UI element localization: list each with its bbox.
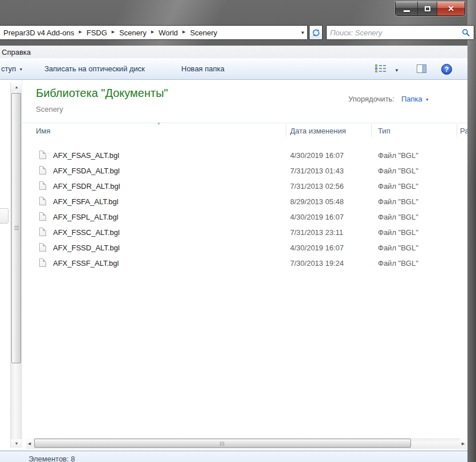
navigation-pane-clipped: AULAULLT.LT) <box>0 80 10 451</box>
nav-item-partial[interactable] <box>0 208 9 224</box>
file-row[interactable]: AFX_FSFA_ALT.bgl8/29/2013 05:48Файл "BGL… <box>22 193 467 209</box>
minimize-icon <box>404 10 410 12</box>
refresh-button[interactable] <box>309 25 323 40</box>
file-list: AFX_FSAS_ALT.bgl4/30/2019 16:07Файл "BGL… <box>22 147 467 270</box>
column-divider[interactable] <box>286 124 286 137</box>
file-date: 4/30/2019 16:07 <box>290 243 344 252</box>
window-frame-right-border <box>467 0 476 462</box>
menu-item-help[interactable]: Справка <box>0 48 34 56</box>
close-button[interactable]: ✕ <box>437 2 465 15</box>
scrollbar-grip-icon <box>220 441 225 446</box>
window-controls: ✕ <box>395 2 465 16</box>
address-dropdown-icon[interactable]: ▼ <box>300 30 305 35</box>
file-type: Файл "BGL" <box>378 181 418 190</box>
column-header-date-modified[interactable]: Дата изменения <box>290 127 346 135</box>
file-type: Файл "BGL" <box>378 243 418 252</box>
refresh-icon <box>312 29 320 37</box>
file-row[interactable]: AFX_FSAS_ALT.bgl4/30/2019 16:07Файл "BGL… <box>22 147 467 163</box>
preview-pane-button[interactable] <box>417 64 426 73</box>
column-divider[interactable] <box>457 124 457 137</box>
document-icon <box>39 151 46 159</box>
document-icon <box>39 166 46 175</box>
arrange-by-control: Упорядочить: Папка ▼ <box>348 95 429 103</box>
breadcrumb-segment[interactable]: Scenery <box>119 29 147 37</box>
arrange-by-label: Упорядочить: <box>348 95 394 103</box>
explorer-content: AULAULLT.LT) ▲ ▼ Библиотека "Документы" … <box>0 80 467 451</box>
file-name: AFX_FSSD_ALT.bgl <box>53 243 120 252</box>
arrange-by-value-link[interactable]: Папка <box>401 95 422 103</box>
breadcrumb-segment[interactable]: FSDG <box>87 29 107 37</box>
file-name: AFX_FSPL_ALT.bgl <box>53 212 119 221</box>
navigation-vertical-scrollbar[interactable]: ▲ ▼ <box>10 83 22 448</box>
file-type: Файл "BGL" <box>378 166 418 175</box>
new-folder-button[interactable]: Новая папка <box>181 58 225 79</box>
search-icon[interactable] <box>462 29 470 37</box>
horizontal-scrollbar-thumb[interactable] <box>34 439 411 448</box>
file-row[interactable]: AFX_FSDR_ALT.bgl7/31/2013 02:56Файл "BGL… <box>22 178 467 193</box>
status-bar: Элементов: 8 <box>0 451 467 462</box>
scroll-left-arrow-icon[interactable]: ◀ <box>26 438 33 449</box>
horizontal-scrollbar[interactable]: ◀ ▶ <box>26 438 467 449</box>
file-row[interactable]: AFX_FSSF_ALT.bgl7/30/2013 19:24Файл "BGL… <box>22 255 467 270</box>
column-header-row: ▲ Имя Дата изменения Тип Ра <box>22 123 467 137</box>
library-subtitle: Scenery <box>36 105 63 114</box>
address-bar[interactable]: Prepar3D v4 Add-ons▶FSDG▶Scenery▶World▶S… <box>0 25 308 40</box>
file-row[interactable]: AFX_FSSC_ALT.bgl7/31/2013 23:11Файл "BGL… <box>22 224 467 240</box>
breadcrumb-separator-icon[interactable]: ▶ <box>79 30 82 34</box>
search-input[interactable] <box>330 29 462 37</box>
scroll-up-arrow-icon[interactable]: ▲ <box>11 83 22 91</box>
file-type: Файл "BGL" <box>378 212 418 221</box>
file-name: AFX_FSAS_ALT.bgl <box>53 151 119 159</box>
file-list-pane: Библиотека "Документы" Scenery Упорядочи… <box>22 80 467 451</box>
file-name: AFX_FSFA_ALT.bgl <box>53 197 119 205</box>
file-row[interactable]: AFX_FSDA_ALT.bgl7/31/2013 01:43Файл "BGL… <box>22 163 467 178</box>
breadcrumb-segment[interactable]: Scenery <box>190 29 217 37</box>
share-button-truncated[interactable]: ступ ▼ <box>1 58 23 79</box>
file-date: 4/30/2019 16:07 <box>290 212 344 221</box>
document-icon <box>39 243 46 252</box>
breadcrumb-segment[interactable]: Prepar3D v4 Add-ons <box>3 29 74 37</box>
close-icon: ✕ <box>447 5 454 13</box>
file-row[interactable]: AFX_FSSD_ALT.bgl4/30/2019 16:07Файл "BGL… <box>22 240 467 255</box>
file-name: AFX_FSSC_ALT.bgl <box>53 228 120 236</box>
scroll-down-arrow-icon[interactable]: ▼ <box>11 439 22 448</box>
burn-disc-button[interactable]: Записать на оптический диск <box>44 58 145 79</box>
change-view-dropdown-icon[interactable]: ▼ <box>394 68 399 73</box>
change-view-button[interactable] <box>375 64 386 73</box>
file-type: Файл "BGL" <box>378 197 418 205</box>
breadcrumb-separator-icon[interactable]: ▶ <box>112 30 115 34</box>
column-header-type[interactable]: Тип <box>378 127 390 135</box>
vertical-scrollbar-thumb[interactable] <box>11 93 21 363</box>
document-icon <box>39 228 46 236</box>
items-count-label: Элементов: 8 <box>29 455 75 462</box>
command-toolbar: ступ ▼ Записать на оптический диск Новая… <box>0 58 467 80</box>
breadcrumb-separator-icon[interactable]: ▶ <box>182 30 185 34</box>
document-icon <box>39 258 46 267</box>
breadcrumb-separator-icon[interactable]: ▶ <box>151 30 154 34</box>
scrollbar-grip-icon <box>14 226 19 231</box>
scroll-right-arrow-icon[interactable]: ▶ <box>459 438 467 449</box>
file-name: AFX_FSSF_ALT.bgl <box>53 258 119 267</box>
column-divider[interactable] <box>371 124 372 137</box>
column-header-size-truncated[interactable]: Ра <box>460 127 467 135</box>
maximize-icon <box>425 6 430 11</box>
maximize-button[interactable] <box>418 2 437 15</box>
column-header-name[interactable]: Имя <box>36 127 50 135</box>
file-date: 8/29/2013 05:48 <box>290 197 344 205</box>
sort-ascending-icon[interactable]: ▲ <box>157 121 161 125</box>
library-title: Библиотека "Документы" <box>36 87 168 100</box>
file-date: 4/30/2019 16:07 <box>290 151 344 159</box>
file-name: AFX_FSDA_ALT.bgl <box>53 166 120 175</box>
file-type: Файл "BGL" <box>378 258 418 267</box>
file-row[interactable]: AFX_FSPL_ALT.bgl4/30/2019 16:07Файл "BGL… <box>22 209 467 224</box>
help-button[interactable]: ? <box>441 64 452 75</box>
share-dropdown-icon: ▼ <box>19 67 23 71</box>
breadcrumb-segment[interactable]: World <box>158 29 178 37</box>
search-box <box>326 25 474 40</box>
arrange-by-dropdown-icon[interactable]: ▼ <box>425 98 429 102</box>
file-date: 7/31/2013 02:56 <box>290 181 344 190</box>
file-date: 7/31/2013 01:43 <box>290 166 344 175</box>
minimize-button[interactable] <box>396 2 418 15</box>
share-button-label: ступ <box>1 64 16 73</box>
document-icon <box>39 197 46 205</box>
